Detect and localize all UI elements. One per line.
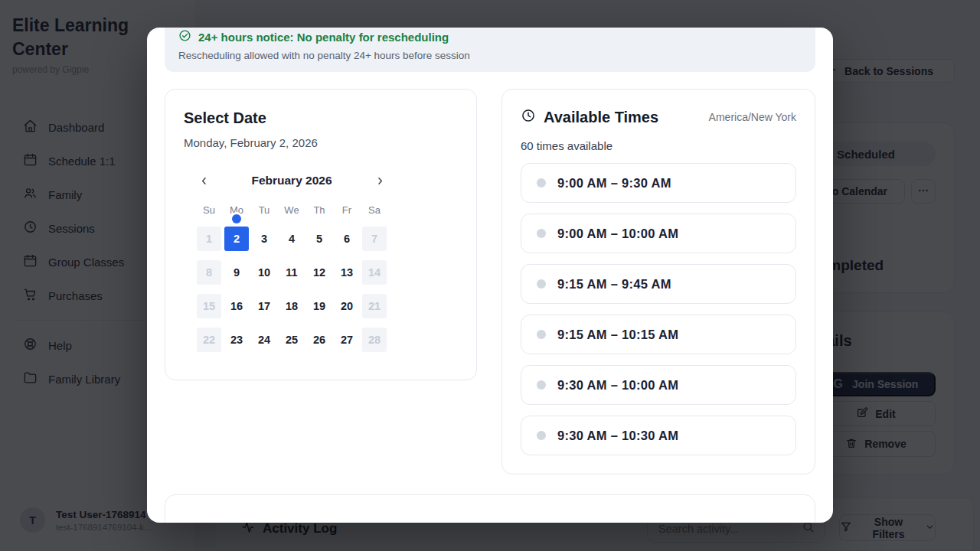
day-header: Sa xyxy=(361,204,388,216)
times-count-label: 60 times available xyxy=(521,139,796,152)
calendar-day[interactable]: 26 xyxy=(307,328,332,352)
clock-icon xyxy=(521,108,536,126)
modal-bottom-card xyxy=(165,494,815,523)
calendar-grid: 1234567891011121314151617181920212223242… xyxy=(195,227,388,352)
time-slot[interactable]: 9:30 AM – 10:00 AM xyxy=(521,365,796,405)
calendar-day[interactable]: 5 xyxy=(307,227,332,251)
slot-status-dot xyxy=(537,279,546,289)
time-slot[interactable]: 9:15 AM – 10:15 AM xyxy=(521,315,796,354)
calendar-day[interactable]: 16 xyxy=(224,294,249,318)
day-header: We xyxy=(278,204,305,216)
calendar-next-button[interactable] xyxy=(371,172,388,189)
calendar-day: 22 xyxy=(197,328,221,352)
time-slot-list: 9:00 AM – 9:30 AM9:00 AM – 10:00 AM9:15 … xyxy=(521,163,796,455)
notice-subtitle: Rescheduling allowed with no penalty 24+… xyxy=(178,50,802,61)
calendar-day: 8 xyxy=(197,260,221,285)
calendar-day: 7 xyxy=(362,227,387,251)
time-slot[interactable]: 9:00 AM – 9:30 AM xyxy=(521,163,796,203)
calendar-day[interactable]: 10 xyxy=(252,260,276,285)
time-slot[interactable]: 9:15 AM – 9:45 AM xyxy=(521,264,796,304)
reschedule-modal: 24+ hours notice: No penalty for resched… xyxy=(147,28,833,523)
calendar-day[interactable]: 27 xyxy=(335,328,359,352)
calendar-day: 14 xyxy=(362,260,387,285)
calendar-day: 15 xyxy=(197,294,221,318)
calendar-day[interactable]: 17 xyxy=(252,294,276,318)
selected-day-indicator-dot xyxy=(232,214,241,223)
slot-status-dot xyxy=(537,229,546,238)
slot-status-dot xyxy=(537,431,546,440)
calendar-day[interactable]: 19 xyxy=(307,294,332,318)
calendar-day: 1 xyxy=(197,227,221,251)
calendar-day[interactable]: 11 xyxy=(279,260,304,285)
calendar-day[interactable]: 4 xyxy=(279,227,304,251)
calendar-day: 28 xyxy=(362,328,387,352)
slot-status-dot xyxy=(537,380,546,390)
select-date-card: Select Date Monday, February 2, 2026 Feb… xyxy=(165,89,477,380)
selected-date-label: Monday, February 2, 2026 xyxy=(184,136,458,149)
time-slot[interactable]: 9:30 AM – 10:30 AM xyxy=(521,416,796,455)
slot-status-dot xyxy=(537,178,546,187)
calendar-month-label: February 2026 xyxy=(251,174,332,187)
calendar-day-selected[interactable]: 2 xyxy=(224,227,249,251)
timezone-label: America/New York xyxy=(709,111,796,123)
calendar-day[interactable]: 20 xyxy=(335,294,359,318)
day-header: Tu xyxy=(250,204,278,216)
select-date-title: Select Date xyxy=(184,109,458,127)
calendar-day[interactable]: 24 xyxy=(252,328,276,352)
available-times-title: Available Times xyxy=(544,109,658,126)
calendar-day[interactable]: 3 xyxy=(252,227,276,251)
calendar-day[interactable]: 13 xyxy=(335,260,359,285)
calendar-day[interactable]: 23 xyxy=(224,328,249,352)
calendar-day[interactable]: 25 xyxy=(279,328,304,352)
day-header: Th xyxy=(305,204,333,216)
available-times-card: Available Times America/New York 60 time… xyxy=(501,89,815,474)
calendar-day-headers: SuMoTuWeThFrSa xyxy=(195,204,388,216)
calendar-prev-button[interactable] xyxy=(195,172,212,189)
calendar-day[interactable]: 18 xyxy=(279,294,304,318)
calendar-day[interactable]: 12 xyxy=(307,260,332,285)
day-header: Fr xyxy=(333,204,361,216)
day-header: Su xyxy=(195,204,223,216)
check-circle-icon xyxy=(178,29,191,44)
time-slot[interactable]: 9:00 AM – 10:00 AM xyxy=(521,214,796,253)
reschedule-policy-notice: 24+ hours notice: No penalty for resched… xyxy=(165,28,815,72)
slot-status-dot xyxy=(537,330,546,339)
calendar-day[interactable]: 9 xyxy=(224,260,249,285)
calendar-day[interactable]: 6 xyxy=(335,227,359,251)
notice-title: 24+ hours notice: No penalty for resched… xyxy=(198,31,449,44)
calendar-day: 21 xyxy=(362,294,387,318)
calendar: February 2026 SuMoTuWeThFrSa 12345678910… xyxy=(195,172,388,352)
